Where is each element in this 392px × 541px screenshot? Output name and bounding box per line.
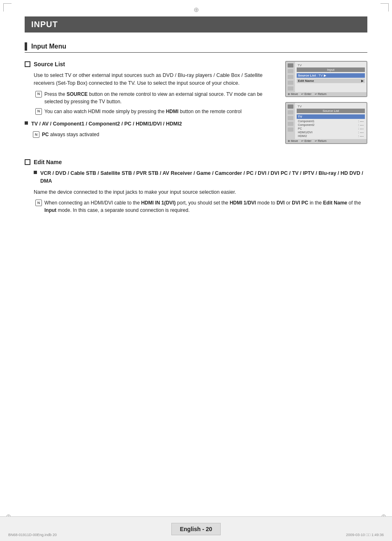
tv-footer-move-1: ⊕ Move (288, 93, 298, 96)
tv-footer-enter-2: ↵ Enter (301, 139, 311, 143)
tv-footer-2: ⊕ Move ↵ Enter ↩ Return (286, 139, 367, 143)
tv-sidebar-icon-7 (288, 110, 293, 114)
edit-name-bullet-text: VCR / DVD / Cable STB / Satellite STB / … (40, 169, 367, 185)
tv-row-sourcelist: Source List : TV ▶ (297, 73, 365, 78)
tv-source-component1: Component1: ---- (297, 119, 365, 123)
edit-name-note-text: When connecting an HDMI/DVI cable to the… (44, 199, 367, 214)
pc-note: N PC always stays activated (31, 131, 277, 138)
tv-sidebar-icon-3 (288, 75, 293, 79)
tv-title-2: Source List (297, 109, 365, 113)
edit-name-description: Name the device connected to the input j… (34, 188, 367, 196)
footer-right: 2009-03-10 □□ 1:49:36 (346, 533, 384, 537)
tv-sidebar-icon-4 (288, 81, 293, 85)
tv-source-tv-selected: TV (297, 114, 365, 119)
bullet-item-1: TV / AV / Component1 / Component2 / PC /… (25, 120, 277, 128)
section-heading: Input Menu (25, 42, 367, 53)
tv-footer-move-2: ⊕ Move (288, 139, 298, 143)
page-footer: English - 20 (0, 516, 392, 541)
tv-mockup-1: TV Input Source List : TV ▶ Edit Name ▶ … (285, 61, 367, 97)
tv-source-pc: PC: ---- (297, 127, 365, 130)
tv-sidebar-icon-1 (288, 63, 293, 67)
source-list-section: Source List Use to select TV or other ex… (25, 61, 367, 149)
tv-source-hdmi2: HDMI2: ---- (297, 134, 365, 138)
tv-footer-return-1: ↩ Return (315, 93, 327, 96)
text-column: Source List Use to select TV or other ex… (25, 61, 277, 149)
bullet-square-1 (25, 121, 28, 125)
tv-main-1: TV Input Source List : TV ▶ Edit Name ▶ (295, 62, 367, 92)
tv-main-2: TV Source List TV Component1: ---- Compo… (295, 103, 367, 139)
tv-mockup-2: TV Source List TV Component1: ---- Compo… (285, 102, 367, 144)
tv-sidebar-2 (286, 103, 295, 139)
pc-note-item: N PC always stays activated (33, 131, 277, 138)
edit-name-note: N When connecting an HDMI/DVI cable to t… (35, 199, 367, 214)
section-heading-text: Input Menu (31, 43, 66, 50)
source-list-heading: Source List (34, 61, 65, 67)
tv-title-1: Input (297, 67, 365, 72)
tv-sidebar-icon-6 (288, 104, 293, 109)
images-column: TV Input Source List : TV ▶ Edit Name ▶ … (285, 61, 367, 149)
section-heading-bar (25, 42, 27, 51)
tv-sidebar-1 (286, 62, 295, 92)
edit-name-note-icon: N (35, 200, 42, 206)
page-title: INPUT (25, 16, 367, 33)
tv-footer-return-2: ↩ Return (315, 139, 327, 143)
edit-name-checkbox (25, 159, 30, 165)
corner-mark-tr (380, 3, 389, 12)
footer-text: English - 20 (171, 523, 221, 535)
note-item-2: N You can also watch HDMI mode simply by… (35, 108, 277, 115)
pc-note-icon: N (33, 131, 39, 138)
crosshair-top: ⊕ (194, 6, 199, 14)
note-text-1: Press the SOURCE button on the remote co… (44, 91, 277, 105)
tv-sidebar-icon-9 (288, 122, 293, 126)
corner-mark-tl (3, 3, 12, 12)
tv-sidebar-icon-8 (288, 116, 293, 120)
edit-name-title: Edit Name (25, 159, 367, 165)
tv-sidebar-icon-2 (288, 69, 293, 73)
edit-name-body: VCR / DVD / Cable STB / Satellite STB / … (34, 169, 367, 214)
note-text-2: You can also watch HDMI mode simply by p… (44, 108, 242, 115)
tv-label-1: TV (297, 63, 365, 67)
source-list-description: Use to select TV or other external input… (34, 72, 277, 87)
source-list-body: Use to select TV or other external input… (34, 72, 277, 115)
source-list-title: Source List (25, 61, 277, 67)
pc-note-text: PC always stays activated (42, 131, 99, 138)
footer-left: BN68-01911D-00Eng.indb 20 (8, 533, 57, 537)
tv-row-editname: Edit Name ▶ (297, 79, 365, 83)
note-icon-1: N (35, 91, 42, 98)
page-content: INPUT Input Menu Source List Use to sele… (0, 0, 392, 244)
tv-label-2: TV (297, 104, 365, 109)
tv-sidebar-icon-10 (288, 128, 293, 132)
note-icon-2: N (35, 108, 42, 115)
tv-source-hdmi1dvi: HDMI1/DVI: ---- (297, 130, 365, 134)
tv-footer-1: ⊕ Move ↵ Enter ↩ Return (286, 92, 367, 96)
tv-source-component2: Component2: ---- (297, 123, 365, 127)
tv-sidebar-icon-5 (288, 86, 293, 91)
note-item-1: N Press the SOURCE button on the remote … (35, 91, 277, 105)
edit-name-section: Edit Name VCR / DVD / Cable STB / Satell… (25, 159, 367, 214)
edit-name-bullet: VCR / DVD / Cable STB / Satellite STB / … (34, 169, 367, 185)
checkbox-icon (25, 61, 30, 67)
bullet-text-1: TV / AV / Component1 / Component2 / PC /… (31, 120, 182, 128)
tv-footer-enter-1: ↵ Enter (301, 93, 311, 96)
edit-name-bullet-square (34, 171, 37, 174)
edit-name-heading: Edit Name (34, 159, 62, 165)
